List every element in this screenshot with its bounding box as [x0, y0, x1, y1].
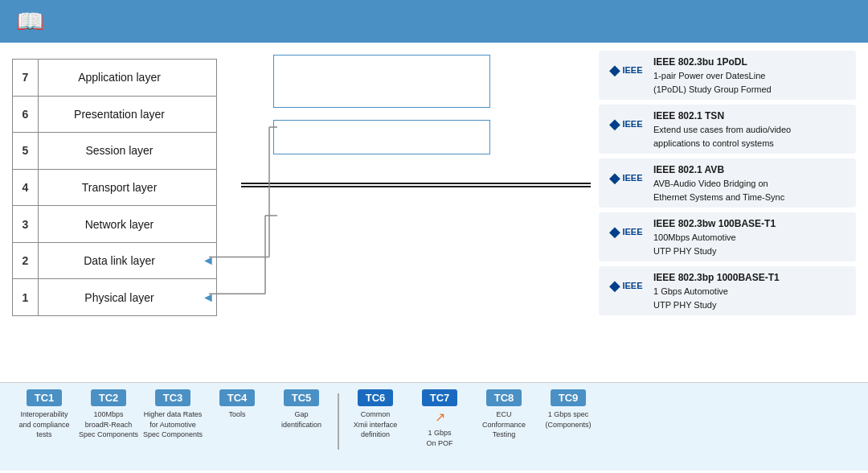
osi-number: 2 — [13, 243, 39, 279]
tc7-pointer-arrow: ↗ — [435, 409, 445, 425]
ieee-desc: Extend use cases from audio/videoapplica… — [653, 123, 791, 150]
osi-label: Application layer — [39, 71, 200, 84]
tc-description: 100MbpsbroadR-ReachSpec Components — [79, 409, 138, 440]
alliance-text — [241, 183, 591, 187]
ieee-item: ◆ IEEE IEEE 802.3bp 1000BASE-T1 1 Gbps A… — [599, 266, 856, 315]
ieee-title: IEEE 802.3bw 100BASE-T1 — [653, 216, 776, 231]
tc-description: Interoperabilityand compliancetests — [18, 409, 69, 440]
tc-badge: TC8 — [486, 389, 522, 406]
right-panel: ◆ IEEE IEEE 802.3bu 1PoDL 1-pair Power o… — [599, 51, 856, 374]
ieee-logo-text: IEEE — [622, 227, 642, 236]
book-icon: 📖 — [16, 8, 44, 35]
ieee-logo-text: IEEE — [622, 119, 642, 129]
ieee-item: ◆ IEEE IEEE 802.1 TSN Extend use cases f… — [599, 105, 856, 154]
osi-label: Data link layer — [39, 254, 200, 267]
tc-item: TC8ECUConformanceTesting — [472, 389, 536, 440]
ieee-logo: ◆ IEEE — [605, 270, 647, 301]
ieee-info: IEEE 802.1 AVB AVB-Audio Video Bridging … — [653, 162, 784, 204]
main-content: 7 Application layer 6 Presentation layer… — [0, 43, 868, 382]
ieee-desc: 1 Gbps AutomotiveUTP PHY Study — [653, 285, 780, 311]
ieee-title: IEEE 802.3bp 1000BASE-T1 — [653, 270, 780, 285]
ieee-diamond-icon: ◆ — [609, 223, 620, 241]
ieee-item: ◆ IEEE IEEE 802.3bw 100BASE-T1 100Mbps A… — [599, 212, 856, 261]
tc-badge: TC5 — [284, 389, 320, 406]
ieee-info: IEEE 802.3bp 1000BASE-T1 1 Gbps Automoti… — [653, 270, 780, 311]
osi-row: 5 Session layer — [13, 133, 216, 170]
ieee-info: IEEE 802.3bw 100BASE-T1 100Mbps Automoti… — [653, 216, 776, 257]
header: 📖 — [0, 0, 868, 43]
osi-label: Session layer — [39, 144, 200, 157]
osi-label: Transport layer — [39, 181, 200, 194]
osi-number: 4 — [13, 170, 39, 206]
ieee-logo-text: IEEE — [622, 173, 642, 183]
ieee-info: IEEE 802.1 TSN Extend use cases from aud… — [653, 109, 791, 150]
osi-number: 6 — [13, 97, 39, 133]
ieee-logo: ◆ IEEE — [605, 162, 647, 193]
bottom-tc-strip: TC1Interoperabilityand compliancetestsTC… — [0, 382, 868, 471]
osi-row: 3 Network layer — [13, 206, 216, 243]
ieee-logo: ◆ IEEE — [605, 109, 647, 139]
ieee-diamond-icon: ◆ — [609, 61, 620, 79]
ieee-item: ◆ IEEE IEEE 802.1 AVB AVB-Audio Video Br… — [599, 158, 856, 208]
osi-number: 5 — [13, 133, 39, 169]
ieee-desc: AVB-Audio Video Bridging onEthernet Syst… — [653, 177, 784, 204]
tc-item: TC91 Gbps spec(Components) — [536, 389, 600, 430]
osi-label: Physical layer — [39, 291, 200, 304]
tc-badge: TC2 — [91, 389, 127, 406]
ieee-title: IEEE 802.3bu 1PoDL — [653, 55, 772, 69]
osi-section: 7 Application layer 6 Presentation layer… — [12, 55, 217, 374]
ieee-info: IEEE 802.3bu 1PoDL 1-pair Power over Dat… — [653, 55, 772, 96]
tc-badge: TC7 — [422, 389, 458, 406]
osi-label: Network layer — [39, 218, 200, 231]
tc-badge: TC9 — [551, 389, 587, 406]
osi-arrow: ◄ — [200, 253, 216, 268]
osi-row: 7 Application layer — [13, 60, 216, 97]
ieee-logo: ◆ IEEE — [605, 55, 647, 85]
tc-item: TC2100MbpsbroadR-ReachSpec Components — [76, 389, 141, 440]
tc-description: CommonXmii interfacedefinition — [354, 409, 398, 440]
open-alliance-logo — [241, 183, 591, 187]
ieee-logo-text: IEEE — [622, 65, 642, 75]
tc-badge: TC1 — [27, 389, 63, 406]
ieee-title: IEEE 802.1 TSN — [653, 109, 791, 123]
ieee-diamond-icon: ◆ — [609, 277, 620, 294]
ieee-desc: 100Mbps AutomotiveUTP PHY Study — [653, 231, 776, 257]
tc-section-divider — [338, 393, 339, 450]
tc-description: 1 Gbps spec(Components) — [545, 409, 591, 430]
osi-label: Presentation layer — [39, 108, 200, 121]
tc-description: 1 GbpsOn POF — [426, 428, 452, 448]
osi-table: 7 Application layer 6 Presentation layer… — [12, 59, 217, 316]
middle-section — [225, 51, 591, 374]
tc-item: TC5Gapidentification — [269, 389, 334, 430]
tc-badge: TC4 — [219, 389, 256, 406]
ieee-title: IEEE 802.1 AVB — [653, 162, 784, 177]
osi-arrow: ◄ — [200, 290, 216, 305]
tc-description: Tools — [228, 409, 245, 420]
tc-item: TC7↗1 GbpsOn POF — [407, 389, 472, 448]
osi-row: 1 Physical layer ◄ — [13, 279, 216, 315]
osi-row: 2 Data link layer ◄ — [13, 243, 216, 280]
osi-row: 6 Presentation layer — [13, 97, 216, 134]
tc-description: Gapidentification — [281, 409, 321, 430]
osi-number: 7 — [13, 60, 39, 96]
tc-description: Higher data Ratesfor AutomotiveSpec Comp… — [143, 409, 203, 440]
tc-item: TC1Interoperabilityand compliancetests — [12, 389, 76, 440]
podl-tsn-avb-box — [273, 55, 490, 108]
tc-badge: TC3 — [155, 389, 191, 406]
tc-item: TC4Tools — [205, 389, 269, 420]
ieee-diamond-icon: ◆ — [609, 115, 620, 133]
osi-number: 1 — [13, 279, 39, 315]
phy-box — [273, 120, 490, 154]
ieee-item: ◆ IEEE IEEE 802.3bu 1PoDL 1-pair Power o… — [599, 51, 856, 100]
tc-description: ECUConformanceTesting — [482, 409, 526, 440]
ieee-desc: 1-pair Power over DatesLine(1PoDL) Study… — [653, 69, 772, 96]
ieee-logo: ◆ IEEE — [605, 216, 647, 247]
tc-item: TC3Higher data Ratesfor AutomotiveSpec C… — [141, 389, 205, 440]
tc-badge: TC6 — [358, 389, 394, 406]
tc-item: TC6CommonXmii interfacedefinition — [343, 389, 407, 440]
osi-number: 3 — [13, 206, 39, 242]
ieee-diamond-icon: ◆ — [609, 169, 620, 187]
osi-row: 4 Transport layer — [13, 170, 216, 207]
ieee-logo-text: IEEE — [622, 281, 642, 290]
